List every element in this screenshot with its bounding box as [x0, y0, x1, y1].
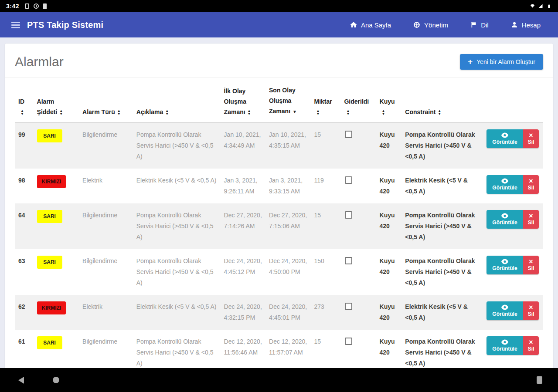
delete-button[interactable]: × Sil: [523, 129, 539, 148]
table-row: 62 KIRMIZI Elektrik Elektrik Kesik (<5 V…: [15, 295, 543, 330]
cell-alarm-type: Bilgilendirme: [79, 123, 133, 169]
delete-button-label: Sil: [528, 220, 534, 226]
cell-constraint: Pompa Kontrollü Olarak Servis Harici (>4…: [401, 123, 483, 169]
cell-alarm-type: Bilgilendirme: [79, 203, 133, 249]
nav-item-account[interactable]: Hesap: [510, 21, 541, 29]
column-header-well[interactable]: Kuyu▲▼: [376, 78, 402, 123]
view-button[interactable]: Görüntüle: [487, 336, 523, 355]
create-alarm-button[interactable]: + Yeni bir Alarm Oluştur: [460, 54, 543, 70]
view-button[interactable]: Görüntüle: [487, 301, 523, 320]
table-row: 61 SARI Bilgilendirme Pompa Kontrollü Ol…: [15, 330, 543, 368]
resolved-checkbox[interactable]: [345, 303, 352, 310]
cell-well: Kuyu 420: [376, 169, 402, 203]
back-icon[interactable]: [18, 377, 24, 384]
status-left-icons: [25, 3, 47, 9]
resolved-checkbox[interactable]: [345, 131, 352, 138]
cell-resolved: [340, 169, 376, 203]
view-button[interactable]: Görüntüle: [487, 256, 523, 274]
cell-resolved: [340, 249, 376, 295]
cell-severity: KIRMIZI: [34, 295, 79, 330]
delete-button-label: Sil: [528, 185, 534, 191]
resolved-checkbox[interactable]: [345, 176, 352, 184]
cell-first-event-time: Jan 3, 2021, 9:26:11 AM: [221, 169, 265, 203]
delete-button[interactable]: × Sil: [523, 256, 539, 274]
alarms-card: Alarmlar + Yeni bir Alarm Oluştur ID▲▼ A…: [5, 44, 553, 368]
cell-first-event-time: Dec 24, 2020, 4:45:12 PM: [221, 249, 265, 295]
cell-id: 61: [15, 330, 34, 368]
view-button[interactable]: Görüntüle: [487, 210, 523, 229]
table-header-row: ID▲▼ Alarm Şiddeti▲▼ Alarm Türü▲▼ Açıkla…: [15, 78, 543, 123]
nav-item-language[interactable]: Dil: [470, 21, 489, 29]
resolved-checkbox[interactable]: [345, 257, 352, 264]
eye-icon: [501, 213, 509, 219]
delete-button-label: Sil: [528, 139, 534, 145]
cell-id: 98: [15, 169, 34, 203]
home-circle-icon[interactable]: [53, 377, 59, 383]
sort-icon: ▲▼: [438, 109, 442, 115]
cell-actions: Görüntüle × Sil: [483, 169, 543, 203]
cell-amount: 15: [310, 123, 340, 169]
table-row: 64 SARI Bilgilendirme Pompa Kontrollü Ol…: [15, 203, 543, 249]
recents-icon[interactable]: [537, 376, 542, 384]
nav-item-admin[interactable]: Yönetim: [413, 21, 448, 29]
resolved-checkbox[interactable]: [345, 211, 352, 219]
cell-first-event-time: Dec 27, 2020, 7:14:26 AM: [221, 203, 265, 249]
cell-first-event-time: Jan 10, 2021, 4:34:49 AM: [221, 123, 265, 169]
cell-id: 99: [15, 123, 34, 169]
delete-button[interactable]: × Sil: [523, 175, 539, 194]
cell-id: 63: [15, 249, 34, 295]
nav-item-home[interactable]: Ana Sayfa: [350, 21, 391, 29]
delete-button[interactable]: × Sil: [523, 210, 539, 229]
view-button[interactable]: Görüntüle: [487, 129, 523, 148]
column-header-resolved[interactable]: Giderildi▲▼: [340, 78, 376, 123]
table-body: 99 SARI Bilgilendirme Pompa Kontrollü Ol…: [15, 123, 543, 368]
row-actions: Görüntüle × Sil: [487, 301, 539, 320]
view-button-label: Görüntüle: [492, 311, 517, 317]
cell-constraint: Pompa Kontrollü Olarak Servis Harici (>4…: [401, 249, 483, 295]
column-header-constraint[interactable]: Constraint▲▼: [401, 78, 483, 123]
delete-button-label: Sil: [528, 346, 534, 352]
card-header: Alarmlar + Yeni bir Alarm Oluştur: [5, 44, 553, 78]
page-title: Alarmlar: [15, 54, 64, 69]
severity-badge: SARI: [37, 210, 62, 223]
cell-last-event-time: Dec 24, 2020, 4:50:00 PM: [265, 249, 310, 295]
row-actions: Görüntüle × Sil: [487, 129, 539, 148]
row-actions: Görüntüle × Sil: [487, 336, 539, 355]
column-header-first-event-time[interactable]: İlk Olay Oluşma Zamanı▲▼: [221, 78, 265, 123]
admin-wheel-icon: [413, 21, 421, 29]
table-head: ID▲▼ Alarm Şiddeti▲▼ Alarm Türü▲▼ Açıkla…: [15, 78, 543, 123]
column-header-id[interactable]: ID▲▼: [15, 78, 34, 123]
cell-actions: Görüntüle × Sil: [483, 123, 543, 169]
delete-button[interactable]: × Sil: [523, 301, 539, 320]
column-header-alarm-type[interactable]: Alarm Türü▲▼: [79, 78, 133, 123]
cell-constraint: Elektrik Kesik (<5 V & <0,5 A): [401, 295, 483, 330]
cell-alarm-type: Bilgilendirme: [79, 249, 133, 295]
cell-last-event-time: Jan 3, 2021, 9:33:15 AM: [265, 169, 310, 203]
battery-notification-icon: [43, 3, 47, 9]
cell-constraint: Pompa Kontrollü Olarak Servis Harici (>4…: [401, 203, 483, 249]
table-row: 63 SARI Bilgilendirme Pompa Kontrollü Ol…: [15, 249, 543, 295]
resolved-checkbox[interactable]: [345, 338, 352, 345]
delete-button[interactable]: × Sil: [523, 336, 539, 355]
create-alarm-button-label: Yeni bir Alarm Oluştur: [476, 58, 535, 65]
cell-well: Kuyu 420: [376, 203, 402, 249]
view-button[interactable]: Görüntüle: [487, 175, 523, 194]
sort-icon: ▲▼: [248, 109, 252, 115]
cell-amount: 150: [310, 249, 340, 295]
column-header-amount[interactable]: Miktar▲▼: [310, 78, 340, 123]
column-header-last-event-time[interactable]: Son Olay Oluşma Zamanı▼: [265, 78, 310, 123]
sort-icon: ▲▼: [165, 109, 169, 115]
android-status-bar: 3:42: [0, 0, 558, 12]
plus-icon: +: [468, 59, 473, 64]
x-icon: ×: [529, 178, 533, 184]
screen: 3:42 PTS Takip Sistemi Ana Sayfa Yönetim: [0, 0, 558, 392]
eye-icon: [501, 339, 509, 345]
column-header-severity[interactable]: Alarm Şiddeti▲▼: [34, 78, 79, 123]
row-actions: Görüntüle × Sil: [487, 210, 539, 229]
delete-button-label: Sil: [528, 265, 534, 271]
hamburger-menu-icon[interactable]: [11, 22, 20, 28]
app-title: PTS Takip Sistemi: [27, 20, 103, 30]
x-icon: ×: [529, 304, 533, 310]
sort-icon: ▲▼: [117, 109, 121, 115]
column-header-description[interactable]: Açıklama▲▼: [133, 78, 221, 123]
